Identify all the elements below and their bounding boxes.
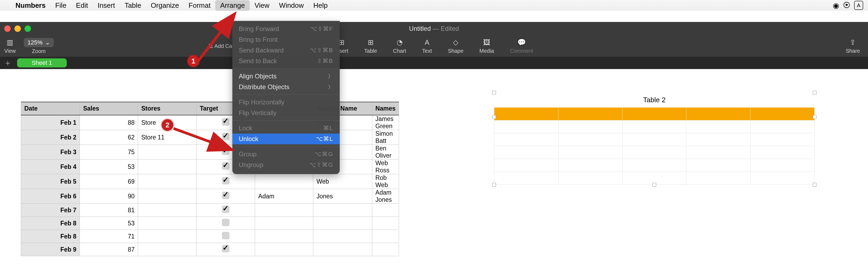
document-title: Untitled — Edited <box>409 25 459 32</box>
checkbox-icon[interactable] <box>222 206 229 213</box>
chevron-right-icon: 〉 <box>328 73 333 80</box>
text-icon: A <box>423 38 431 47</box>
table-1[interactable]: Date Sales Stores Target Second Name Nam… <box>21 102 399 256</box>
checkbox-icon[interactable] <box>222 162 229 170</box>
table-row[interactable]: Feb 987 <box>21 243 399 256</box>
checkbox-icon[interactable] <box>222 177 229 184</box>
table-row[interactable] <box>494 133 814 146</box>
comment-button: 💬Comment <box>510 38 533 54</box>
checkbox-icon[interactable] <box>222 148 229 155</box>
chevron-right-icon: 〉 <box>328 83 333 91</box>
table-row[interactable] <box>494 121 814 133</box>
menu-flip-vertically: Flip Vertically <box>232 108 340 118</box>
comment-icon: 💬 <box>517 38 526 47</box>
table-row[interactable]: Feb 569WebRob Web <box>21 174 399 189</box>
table-header-row[interactable]: Date Sales Stores Target Second Name Nam… <box>21 102 399 115</box>
sidebar-icon: ▥ <box>6 38 14 47</box>
menubar-insert[interactable]: Insert <box>93 0 120 11</box>
menubar-table[interactable]: Table <box>120 0 146 11</box>
mac-menubar: Numbers File Edit Insert Table Organize … <box>0 0 868 11</box>
table-row[interactable]: Feb 853 <box>21 217 399 230</box>
media-icon: 🖼 <box>482 38 491 47</box>
checkbox-icon[interactable] <box>222 133 229 140</box>
fullscreen-icon[interactable] <box>25 25 31 32</box>
text-button[interactable]: AText <box>422 38 432 54</box>
selection-handle-icon[interactable] <box>813 115 816 119</box>
table-2-title[interactable]: Table 2 <box>494 92 814 107</box>
menubar-format[interactable]: Format <box>184 0 215 11</box>
minimize-icon[interactable] <box>14 25 21 32</box>
shape-button[interactable]: ◇Shape <box>448 38 463 54</box>
menu-flip-horizontally: Flip Horizontally <box>232 97 340 108</box>
list-icon: ☰ <box>208 43 213 49</box>
table-2[interactable]: Table 2 <box>494 92 814 185</box>
table-row[interactable]: Feb 690AdamJonesAdam Jones <box>21 189 399 204</box>
table-row[interactable]: Feb 453RossWeb Ross <box>21 160 399 174</box>
menubar-help[interactable]: Help <box>308 0 332 11</box>
table-row[interactable]: Feb 262Store 11BattSimon Batt <box>21 130 399 145</box>
selection-handle-icon[interactable] <box>652 183 656 187</box>
annotation-badge-2: 2 <box>162 119 173 131</box>
menu-align-objects[interactable]: Align Objects〉 <box>232 71 340 82</box>
canvas[interactable]: Date Sales Stores Target Second Name Nam… <box>0 69 868 265</box>
annotation-badge-1: 1 <box>187 55 199 67</box>
checkbox-icon[interactable] <box>222 232 229 239</box>
chart-icon: ◔ <box>395 38 404 47</box>
menu-unlock[interactable]: Unlock⌥⌘L <box>232 134 340 144</box>
table-row[interactable]: Feb 781 <box>21 204 399 217</box>
screenrec-icon[interactable]: ⦿ <box>843 1 850 10</box>
checkbox-icon[interactable] <box>222 118 229 126</box>
menu-send-backward: Send Backward⌥⇧⌘B <box>232 45 340 56</box>
close-icon[interactable] <box>4 25 11 32</box>
selection-handle-icon[interactable] <box>813 183 816 187</box>
selection-handle-icon[interactable] <box>492 91 496 95</box>
media-button[interactable]: 🖼Media <box>479 38 494 54</box>
chart-button[interactable]: ◔Chart <box>393 38 406 54</box>
arrange-menu: Bring Forward⌥⇧⌘F Bring to Front Send Ba… <box>232 21 340 174</box>
menu-bring-forward: Bring Forward⌥⇧⌘F <box>232 24 340 34</box>
zoom-control[interactable]: 125%⌄ Zoom <box>24 38 54 54</box>
app-window: Untitled — Edited ▥ View 125%⌄ Zoom ☰ Ad… <box>0 22 868 69</box>
menubar-appname[interactable]: Numbers <box>11 0 51 11</box>
titlebar: Untitled — Edited <box>0 22 868 35</box>
menu-lock: Lock⌘L <box>232 123 340 134</box>
share-button[interactable]: ⇪Share <box>846 38 860 54</box>
menubar-arrange[interactable]: Arrange <box>215 0 250 11</box>
menu-ungroup: Ungroup⌥⇧⌘G <box>232 160 340 170</box>
menubar-view[interactable]: View <box>250 0 274 11</box>
menu-group: Group⌥⌘G <box>232 149 340 160</box>
checkbox-icon[interactable] <box>222 245 229 253</box>
checkbox-icon[interactable] <box>222 192 229 199</box>
add-category-button[interactable]: ☰ Add Cat <box>208 43 234 49</box>
share-icon: ⇪ <box>848 38 857 47</box>
keyboard-icon[interactable]: A <box>854 1 863 10</box>
sheet-tab-1[interactable]: Sheet 1 <box>17 58 67 68</box>
menubar-window[interactable]: Window <box>274 0 308 11</box>
menubar-file[interactable]: File <box>51 0 71 11</box>
toolbar: ▥ View 125%⌄ Zoom ☰ Add Cat ⊞Insert ⊞Tab… <box>0 35 868 57</box>
table-row[interactable] <box>494 146 814 159</box>
sheet-bar: ＋ Sheet 1 <box>0 57 868 69</box>
table-row[interactable]: Feb 375OliverBen Oliver <box>21 145 399 160</box>
shape-icon: ◇ <box>452 38 460 47</box>
add-sheet-button[interactable]: ＋ <box>4 57 12 69</box>
table-row[interactable] <box>494 159 814 172</box>
selection-handle-icon[interactable] <box>492 183 496 187</box>
table-button[interactable]: ⊞Table <box>364 38 377 54</box>
menu-send-to-back: Send to Back⇧⌘B <box>232 56 340 67</box>
table-icon: ⊞ <box>366 38 375 47</box>
menubar-organize[interactable]: Organize <box>146 0 184 11</box>
chevron-down-icon: ⌄ <box>45 39 50 46</box>
checkbox-icon[interactable] <box>222 219 229 226</box>
view-button[interactable]: ▥ View <box>4 38 16 54</box>
table-row[interactable]: Feb 871 <box>21 230 399 243</box>
menu-bring-to-front: Bring to Front <box>232 34 340 45</box>
grammarly-icon[interactable]: ◉ <box>833 1 839 10</box>
menu-distribute-objects[interactable]: Distribute Objects〉 <box>232 82 340 92</box>
selection-handle-icon[interactable] <box>492 115 496 119</box>
menubar-edit[interactable]: Edit <box>71 0 93 11</box>
table-row[interactable]: Feb 188StoreGreenJames Green <box>21 115 399 130</box>
selection-handle-icon[interactable] <box>813 91 816 95</box>
